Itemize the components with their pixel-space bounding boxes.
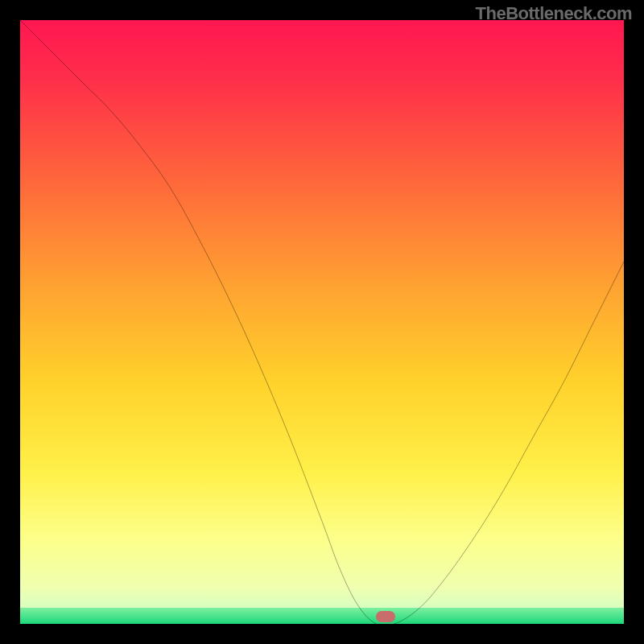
- bottleneck-chart: TheBottleneck.com: [0, 0, 644, 644]
- plot-area: [20, 20, 624, 624]
- watermark-text: TheBottleneck.com: [476, 3, 632, 24]
- bottleneck-curve: [20, 20, 624, 624]
- optimal-point-marker: [376, 611, 395, 622]
